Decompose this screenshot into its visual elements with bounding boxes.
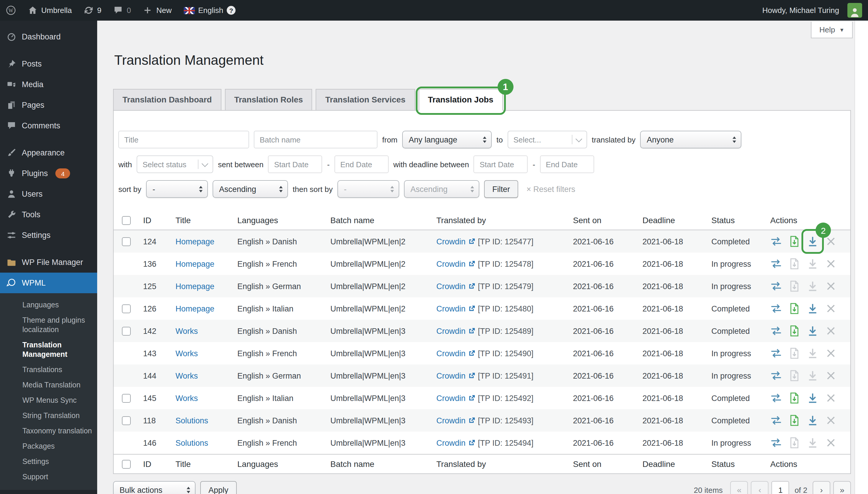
- sidebar-item-appearance[interactable]: Appearance: [0, 142, 97, 163]
- sent-start-date-input[interactable]: [268, 155, 322, 173]
- sync-icon[interactable]: [770, 392, 782, 404]
- sync-icon[interactable]: [770, 280, 782, 292]
- tab-translation-services[interactable]: Translation Services: [316, 89, 415, 111]
- job-title-link[interactable]: Works: [175, 371, 198, 380]
- tab-translation-jobs[interactable]: Translation Jobs1: [418, 89, 503, 111]
- site-name-menu[interactable]: Umbrella: [22, 0, 78, 21]
- sync-icon[interactable]: [770, 370, 782, 382]
- sent-end-date-input[interactable]: [335, 155, 389, 173]
- row-checkbox[interactable]: [122, 394, 131, 402]
- row-checkbox[interactable]: [122, 326, 131, 335]
- cancel-icon[interactable]: [825, 437, 837, 449]
- sidebar-subitem-translation-management[interactable]: Translation Management: [0, 337, 97, 362]
- file-download-icon[interactable]: [789, 303, 800, 315]
- sidebar-subitem-media-translation[interactable]: Media Translation: [0, 377, 97, 393]
- file-download-icon[interactable]: [789, 325, 800, 337]
- apply-button[interactable]: Apply: [200, 481, 237, 494]
- job-title-link[interactable]: Homepage: [175, 237, 214, 246]
- wordpress-logo-menu[interactable]: W: [0, 0, 22, 21]
- row-checkbox[interactable]: [122, 416, 131, 425]
- sync-icon[interactable]: [770, 235, 782, 247]
- translation-service-link[interactable]: Crowdin: [436, 394, 466, 402]
- download-icon[interactable]: [807, 303, 818, 315]
- sort-primary-select[interactable]: -: [146, 180, 208, 198]
- sync-icon[interactable]: [770, 325, 782, 337]
- updates-menu[interactable]: 9: [78, 0, 107, 21]
- sidebar-subitem-wp-menus-sync[interactable]: WP Menus Sync: [0, 393, 97, 408]
- row-checkbox[interactable]: [122, 237, 131, 246]
- tab-translation-roles[interactable]: Translation Roles: [225, 89, 312, 111]
- job-title-link[interactable]: Homepage: [175, 259, 214, 268]
- from-language-select[interactable]: Any language: [402, 131, 492, 148]
- sidebar-item-dashboard[interactable]: Dashboard: [0, 26, 97, 47]
- sidebar-item-wpml[interactable]: WPML: [0, 272, 97, 293]
- sidebar-item-pages[interactable]: Pages: [0, 95, 97, 115]
- translation-service-link[interactable]: Crowdin: [436, 438, 466, 447]
- cancel-icon[interactable]: [825, 235, 837, 247]
- sync-icon[interactable]: [770, 437, 782, 449]
- select-all-checkbox[interactable]: [122, 216, 131, 225]
- sidebar-item-comments[interactable]: Comments: [0, 115, 97, 136]
- new-content-menu[interactable]: New: [137, 0, 177, 21]
- sync-icon[interactable]: [770, 258, 782, 270]
- job-title-link[interactable]: Homepage: [175, 304, 214, 313]
- sidebar-subitem-support[interactable]: Support: [0, 469, 97, 484]
- cancel-icon[interactable]: [825, 280, 837, 292]
- cancel-icon[interactable]: [825, 303, 837, 315]
- deadline-start-date-input[interactable]: [474, 155, 528, 173]
- first-page-button[interactable]: «: [731, 481, 748, 494]
- sync-icon[interactable]: [770, 415, 782, 426]
- cancel-icon[interactable]: [825, 415, 837, 426]
- translation-service-link[interactable]: Crowdin: [436, 416, 466, 425]
- job-title-link[interactable]: Homepage: [175, 282, 214, 290]
- sidebar-subitem-packages[interactable]: Packages: [0, 439, 97, 454]
- cancel-icon[interactable]: [825, 258, 837, 270]
- title-filter-input[interactable]: [118, 131, 249, 148]
- status-select[interactable]: Select status: [137, 155, 213, 173]
- translation-service-link[interactable]: Crowdin: [436, 282, 466, 290]
- cancel-icon[interactable]: [825, 370, 837, 382]
- filter-button[interactable]: Filter: [484, 180, 518, 198]
- sidebar-subitem-translations[interactable]: Translations: [0, 362, 97, 377]
- sidebar-subitem-theme-and-plugins-localization[interactable]: Theme and plugins localization: [0, 312, 97, 337]
- sidebar-item-media[interactable]: Media: [0, 74, 97, 95]
- order-secondary-select[interactable]: Ascending: [404, 180, 479, 198]
- sidebar-item-tools[interactable]: Tools: [0, 204, 97, 225]
- job-title-link[interactable]: Solutions: [175, 416, 208, 425]
- sort-secondary-select[interactable]: -: [337, 180, 399, 198]
- tab-translation-dashboard[interactable]: Translation Dashboard: [113, 89, 221, 111]
- prev-page-button[interactable]: ‹: [751, 481, 769, 494]
- download-icon[interactable]: [807, 325, 818, 337]
- file-download-icon[interactable]: [789, 415, 800, 426]
- download-icon[interactable]: [807, 235, 818, 247]
- cancel-icon[interactable]: [825, 325, 837, 337]
- sidebar-item-users[interactable]: Users: [0, 184, 97, 204]
- next-page-button[interactable]: ›: [813, 481, 830, 494]
- translation-service-link[interactable]: Crowdin: [436, 304, 466, 313]
- cancel-icon[interactable]: [825, 347, 837, 359]
- sidebar-subitem-taxonomy-translation[interactable]: Taxonomy translation: [0, 423, 97, 439]
- translation-service-link[interactable]: Crowdin: [436, 326, 466, 335]
- current-page-input[interactable]: [772, 481, 789, 494]
- translation-service-link[interactable]: Crowdin: [436, 349, 466, 358]
- cancel-icon[interactable]: [825, 392, 837, 404]
- sidebar-item-settings[interactable]: Settings: [0, 225, 97, 246]
- file-download-icon[interactable]: [789, 392, 800, 404]
- sidebar-subitem-string-translation[interactable]: String Translation: [0, 408, 97, 423]
- comments-menu[interactable]: 0: [108, 0, 137, 21]
- sidebar-subitem-languages[interactable]: Languages: [0, 297, 97, 312]
- download-icon[interactable]: [807, 392, 818, 404]
- select-all-checkbox[interactable]: [122, 459, 131, 469]
- account-menu[interactable]: Howdy, Michael Turing: [756, 0, 868, 21]
- row-checkbox[interactable]: [122, 304, 131, 313]
- batch-name-filter-input[interactable]: [254, 131, 377, 148]
- sync-icon[interactable]: [770, 347, 782, 359]
- last-page-button[interactable]: »: [833, 481, 851, 494]
- reset-filters-link[interactable]: × Reset filters: [526, 185, 575, 193]
- job-title-link[interactable]: Works: [175, 349, 198, 358]
- deadline-end-date-input[interactable]: [540, 155, 594, 173]
- translated-by-select[interactable]: Anyone: [640, 131, 742, 148]
- scrollbar[interactable]: [854, 21, 868, 494]
- help-button[interactable]: Help ▼: [811, 22, 853, 38]
- translation-service-link[interactable]: Crowdin: [436, 259, 466, 268]
